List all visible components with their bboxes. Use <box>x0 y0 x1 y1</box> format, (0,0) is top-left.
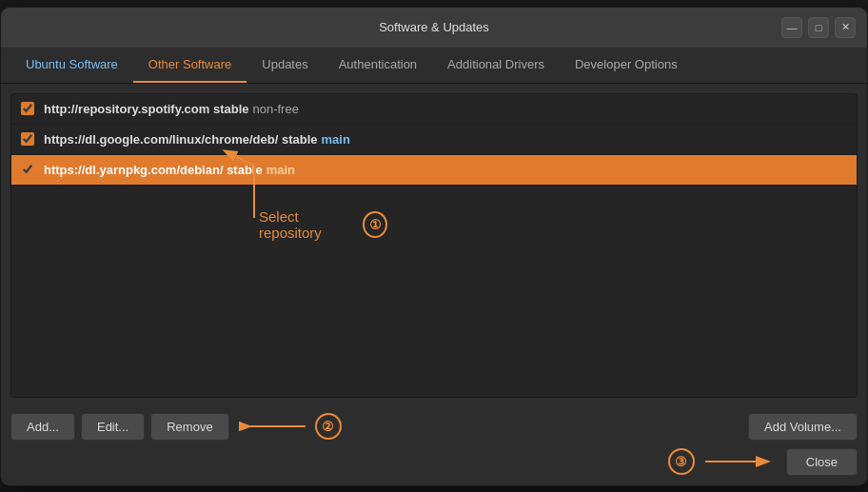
step-2-circle: ② <box>315 413 342 440</box>
annotation-2: ② <box>239 413 342 440</box>
remove-button[interactable]: Remove <box>150 413 228 441</box>
bottom-left-buttons: Add... Edit... Remove ② <box>10 413 342 441</box>
repo-yarn-branch: main <box>266 163 295 177</box>
repo-chrome-url: https://dl.google.com/linux/chrome/deb/ … <box>44 132 317 147</box>
tab-other-software[interactable]: Other Software <box>133 48 247 83</box>
repository-list: http://repository.spotify.com stable non… <box>11 94 857 186</box>
repo-spotify-type: non-free <box>252 102 298 116</box>
bottom-action-row: Add... Edit... Remove ② Add Volume... <box>1 407 867 444</box>
repo-chrome-checkbox[interactable] <box>21 132 34 146</box>
select-repository-text: Select repository <box>259 208 355 241</box>
step-1-circle: ① <box>363 211 387 238</box>
list-item[interactable]: https://dl.yarnpkg.com/debian/ stable ma… <box>11 155 857 186</box>
repo-spotify-checkbox[interactable] <box>21 102 34 115</box>
close-window-button[interactable]: ✕ <box>835 17 856 38</box>
annotation-3: ③ <box>668 448 777 475</box>
list-item[interactable]: https://dl.google.com/linux/chrome/deb/ … <box>11 125 857 155</box>
edit-button[interactable]: Edit... <box>81 413 145 441</box>
minimize-button[interactable]: — <box>781 17 802 38</box>
window-title: Software & Updates <box>379 20 489 34</box>
tab-authentication[interactable]: Authentication <box>324 48 432 83</box>
maximize-button[interactable]: □ <box>808 17 829 38</box>
repo-spotify-url: http://repository.spotify.com stable <box>44 102 248 116</box>
content-area: http://repository.spotify.com stable non… <box>10 93 858 398</box>
add-volume-button[interactable]: Add Volume... <box>748 413 858 441</box>
annotation-2-arrow <box>239 413 315 440</box>
repo-chrome-branch: main <box>321 132 349 147</box>
step-3-circle: ③ <box>668 448 695 475</box>
add-button[interactable]: Add... <box>10 413 75 441</box>
tab-ubuntu-software[interactable]: Ubuntu Software <box>10 48 133 83</box>
repo-yarn-checkbox[interactable] <box>21 163 34 176</box>
titlebar: Software & Updates — □ ✕ <box>1 8 867 48</box>
close-button[interactable]: Close <box>786 448 858 476</box>
repo-yarn-url: https://dl.yarnpkg.com/debian/ stable <box>44 163 263 177</box>
tab-developer-options[interactable]: Developer Options <box>560 48 693 83</box>
annotation-1-label: Select repository ① <box>259 208 387 241</box>
annotation-3-arrow <box>700 448 777 475</box>
list-item[interactable]: http://repository.spotify.com stable non… <box>11 94 857 125</box>
tab-bar: Ubuntu Software Other Software Updates A… <box>1 48 867 84</box>
close-row: ③ Close <box>1 444 867 485</box>
window-controls: — □ ✕ <box>781 17 856 38</box>
tab-additional-drivers[interactable]: Additional Drivers <box>432 48 560 83</box>
tab-updates[interactable]: Updates <box>247 48 323 83</box>
main-window: Software & Updates — □ ✕ Ubuntu Software… <box>0 7 868 486</box>
